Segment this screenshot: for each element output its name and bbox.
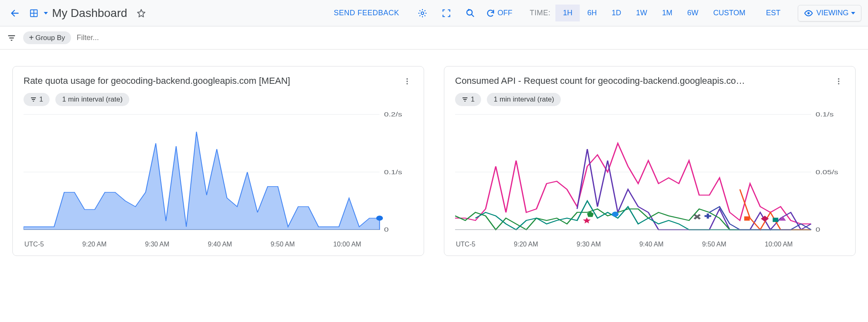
filter-count: 1	[39, 95, 43, 104]
svg-rect-37	[744, 216, 749, 220]
viewing-label: VIEWING	[816, 9, 849, 17]
send-feedback-button[interactable]: SEND FEEDBACK	[329, 5, 404, 21]
tz-label: UTC-5	[456, 241, 475, 248]
filter-lines-icon	[462, 96, 468, 103]
svg-point-11	[406, 80, 408, 82]
kebab-icon	[835, 77, 843, 85]
card-menu-button[interactable]	[833, 76, 844, 87]
svg-point-3	[421, 12, 424, 14]
time-1w[interactable]: 1W	[628, 5, 655, 21]
time-range-group: 1H 6H 1D 1W 1M 6W CUSTOM	[555, 5, 753, 21]
group-by-pill[interactable]: + Group By	[23, 31, 71, 44]
filter-lines-icon	[7, 33, 16, 43]
time-1h[interactable]: 1H	[555, 5, 580, 21]
filter-count-chip[interactable]: 1	[455, 93, 481, 106]
svg-point-26	[838, 83, 839, 84]
card-menu-button[interactable]	[401, 76, 413, 87]
xtick: 9:50 AM	[702, 241, 726, 248]
viewing-mode-button[interactable]: VIEWING	[798, 5, 861, 21]
zoom-reset-button[interactable]	[462, 5, 479, 21]
fullscreen-button[interactable]	[438, 5, 455, 21]
arrow-left-icon	[10, 8, 20, 18]
card-title: Consumed API - Request count for geocodi…	[455, 76, 749, 86]
chevron-down-icon[interactable]	[44, 12, 48, 14]
xtick: 10:00 AM	[333, 241, 361, 248]
svg-text:0.2/s: 0.2/s	[384, 111, 402, 118]
dashboard-type-button[interactable]	[26, 5, 42, 21]
xtick: 9:30 AM	[576, 241, 601, 248]
filter-count: 1	[471, 95, 474, 104]
filter-bar: + Group By	[0, 26, 868, 50]
interval-chip[interactable]: 1 min interval (rate)	[55, 93, 129, 106]
filter-lines-icon	[30, 96, 37, 103]
svg-point-6	[807, 12, 810, 14]
time-1m[interactable]: 1M	[655, 5, 680, 21]
autorefresh-toggle[interactable]: OFF	[486, 9, 512, 18]
svg-point-22	[376, 215, 383, 220]
svg-point-10	[406, 78, 408, 80]
tz-label: UTC-5	[24, 241, 44, 248]
page-title: My Dashboard	[52, 7, 127, 20]
back-button[interactable]	[7, 5, 23, 21]
xtick: 9:50 AM	[270, 241, 295, 248]
time-6w[interactable]: 6W	[680, 5, 706, 21]
settings-button[interactable]	[414, 5, 431, 21]
svg-text:0.05/s: 0.05/s	[816, 168, 838, 175]
svg-text:0: 0	[816, 226, 820, 233]
svg-point-12	[406, 83, 408, 84]
timezone-button[interactable]: EST	[759, 5, 788, 21]
xtick: 9:40 AM	[639, 241, 664, 248]
svg-point-25	[838, 80, 839, 82]
xtick: 9:30 AM	[145, 241, 169, 248]
favorite-button[interactable]	[133, 5, 149, 21]
grid-icon	[29, 9, 38, 18]
xtick: 9:20 AM	[82, 241, 107, 248]
svg-text:0: 0	[384, 226, 389, 233]
filter-menu-button[interactable]	[5, 31, 18, 45]
line-chart: 0.1/s0.05/s0	[455, 110, 844, 238]
svg-text:0.1/s: 0.1/s	[384, 168, 402, 175]
card-title: Rate quota usage for geocoding-backend.g…	[24, 76, 294, 86]
group-by-label: Group By	[36, 34, 65, 42]
filter-count-chip[interactable]: 1	[24, 93, 50, 106]
card-grid: Rate quota usage for geocoding-backend.g…	[0, 50, 868, 272]
xtick: 9:40 AM	[208, 241, 232, 248]
svg-point-38	[612, 212, 619, 217]
xtick: 10:00 AM	[765, 241, 793, 248]
svg-line-5	[472, 14, 474, 17]
svg-text:0.1/s: 0.1/s	[816, 111, 834, 118]
eye-icon	[804, 9, 813, 18]
time-label: TIME:	[530, 9, 551, 17]
svg-rect-39	[773, 218, 778, 222]
plus-icon: +	[29, 33, 34, 43]
x-axis: UTC-5 9:20 AM 9:30 AM 9:40 AM 9:50 AM 10…	[24, 241, 413, 248]
time-6h[interactable]: 6H	[580, 5, 604, 21]
filter-input[interactable]	[76, 33, 863, 43]
autorefresh-label: OFF	[498, 9, 512, 17]
chevron-down-icon	[851, 12, 855, 14]
chart-area[interactable]: 0.1/s0.05/s0	[455, 110, 844, 238]
area-chart: 0.2/s0.1/s0	[24, 110, 413, 238]
interval-chip[interactable]: 1 min interval (rate)	[487, 93, 560, 106]
xtick: 9:20 AM	[514, 241, 538, 248]
top-toolbar: My Dashboard SEND FEEDBACK OFF TIME: 1H …	[0, 0, 868, 26]
chart-card-quota: Rate quota usage for geocoding-backend.g…	[12, 66, 424, 256]
x-axis: UTC-5 9:20 AM 9:30 AM 9:40 AM 9:50 AM 10…	[455, 241, 844, 248]
kebab-icon	[403, 77, 411, 85]
fullscreen-icon	[442, 9, 451, 18]
star-outline-icon	[136, 8, 146, 18]
refresh-icon	[486, 9, 495, 18]
svg-point-24	[838, 78, 839, 80]
chart-area[interactable]: 0.2/s0.1/s0	[24, 110, 413, 238]
magnify-reset-icon	[465, 8, 475, 18]
chart-card-requests: Consumed API - Request count for geocodi…	[444, 66, 856, 256]
time-1d[interactable]: 1D	[604, 5, 628, 21]
gear-icon	[417, 8, 427, 18]
time-custom[interactable]: CUSTOM	[706, 5, 753, 21]
